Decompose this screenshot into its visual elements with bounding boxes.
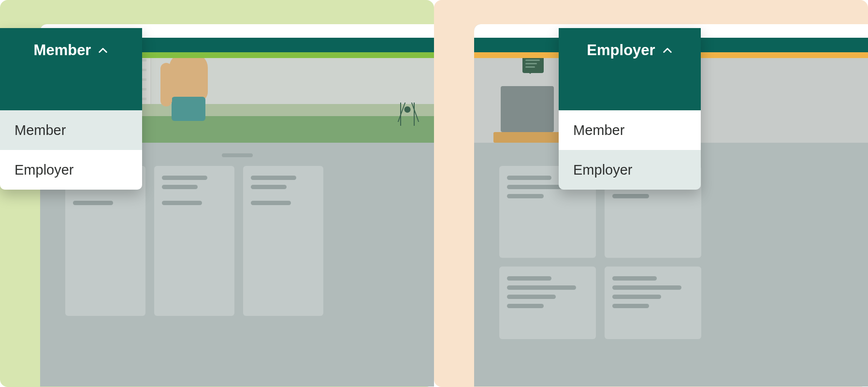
placeholder-card (154, 166, 234, 316)
role-option-member[interactable]: Member (0, 110, 142, 150)
card-grid (499, 166, 843, 339)
role-option-member[interactable]: Member (559, 110, 701, 150)
role-switch-dropdown[interactable]: Member Member Employer (0, 28, 142, 190)
role-option-label: Member (14, 122, 66, 138)
placeholder-card (243, 166, 323, 316)
role-switch-toggle[interactable]: Member (0, 28, 142, 110)
monitor-icon (501, 86, 554, 132)
person-foreground-icon (164, 58, 222, 121)
chevron-up-icon (98, 45, 108, 56)
placeholder-card (605, 267, 701, 339)
current-role-label: Employer (587, 42, 655, 59)
current-role-label: Member (34, 42, 91, 59)
role-option-label: Employer (14, 162, 74, 178)
plant-icon (400, 103, 415, 126)
placeholder-card (499, 267, 596, 339)
role-option-employer[interactable]: Employer (559, 150, 701, 190)
drag-handle-icon (222, 153, 253, 157)
role-option-label: Employer (573, 162, 633, 178)
role-switch-dropdown[interactable]: Employer Member Employer (559, 28, 701, 190)
speech-bubble-icon (522, 58, 544, 73)
role-option-label: Member (573, 122, 624, 138)
chevron-up-icon (662, 45, 673, 56)
role-switch-toggle[interactable]: Employer (559, 28, 701, 110)
role-option-employer[interactable]: Employer (0, 150, 142, 190)
